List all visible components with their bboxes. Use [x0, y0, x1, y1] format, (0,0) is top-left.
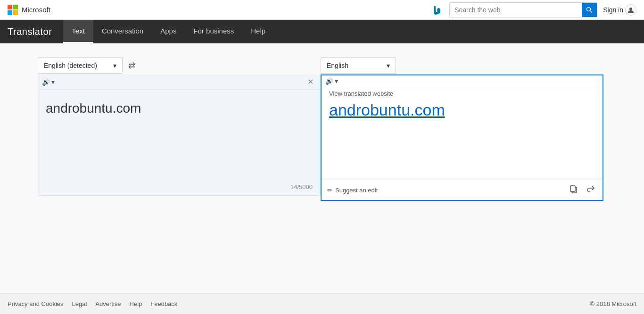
sign-in-link[interactable]: Sign in — [603, 4, 636, 16]
output-speaker-icon: 🔊 — [325, 77, 333, 85]
svg-rect-4 — [570, 186, 575, 191]
svg-point-0 — [587, 7, 591, 11]
source-lang-chevron-icon: ▾ — [113, 62, 116, 69]
output-actions — [568, 184, 597, 196]
translator-container: English (detected) ▾ ⇄ 🔊 ▾ ✕ 14/5000 — [38, 58, 603, 201]
source-speaker-button[interactable]: 🔊 ▾ — [42, 78, 55, 86]
clear-input-button[interactable]: ✕ — [305, 76, 316, 87]
footer: Privacy and Cookies Legal Advertise Help… — [0, 293, 644, 314]
bing-logo — [430, 3, 444, 17]
sign-in-label: Sign in — [603, 6, 623, 14]
target-lang-chevron-icon: ▾ — [387, 62, 390, 69]
nav-brand: Translator — [8, 26, 52, 37]
logo-blue — [8, 10, 12, 15]
output-speaker-button[interactable]: 🔊 ▾ — [325, 77, 338, 85]
target-lang-dropdown[interactable]: English ▾ — [321, 58, 396, 74]
share-button[interactable] — [585, 184, 597, 196]
search-box — [449, 2, 597, 17]
nav-items: Text Conversation Apps For business Help — [63, 20, 274, 43]
svg-line-1 — [590, 11, 592, 13]
pencil-icon: ✏ — [327, 187, 332, 194]
source-lang-dropdown[interactable]: English (detected) ▾ — [38, 58, 123, 74]
sign-in-icon — [625, 4, 636, 16]
nav-item-for-business-label: For business — [193, 27, 234, 35]
footer-link-privacy[interactable]: Privacy and Cookies — [8, 300, 64, 307]
nav-item-text-label: Text — [72, 27, 85, 35]
source-lang-bar: 🔊 ▾ ✕ — [38, 74, 320, 90]
nav-item-conversation[interactable]: Conversation — [93, 20, 152, 43]
view-website-label: View translated website — [322, 87, 603, 99]
output-footer: ✏ Suggest an edit — [322, 180, 603, 200]
speaker-chevron-icon: ▾ — [51, 78, 55, 86]
suggest-edit-button[interactable]: ✏ Suggest an edit — [327, 187, 378, 194]
svg-point-2 — [629, 8, 632, 10]
swap-languages-button[interactable]: ⇄ — [123, 60, 141, 71]
search-button[interactable] — [582, 3, 597, 17]
target-lang-label: English — [327, 62, 348, 69]
left-panel: English (detected) ▾ ⇄ 🔊 ▾ ✕ 14/5000 — [38, 58, 321, 201]
output-wrapper: 🔊 ▾ View translated website androbuntu.c… — [321, 74, 603, 201]
nav-item-help[interactable]: Help — [242, 20, 274, 43]
top-bar-brand: Microsoft — [8, 5, 50, 15]
nav-item-apps[interactable]: Apps — [152, 20, 185, 43]
logo-green — [13, 5, 18, 9]
source-text-input[interactable] — [38, 90, 320, 193]
footer-link-legal[interactable]: Legal — [72, 300, 87, 307]
logo-red — [8, 5, 12, 9]
output-lang-bar: 🔊 ▾ — [322, 75, 603, 87]
source-text-wrapper: 🔊 ▾ ✕ 14/5000 — [38, 74, 321, 196]
copy-button[interactable] — [568, 184, 580, 196]
logo-yellow — [13, 10, 18, 15]
top-bar-right: Sign in — [430, 2, 636, 17]
nav-item-conversation-label: Conversation — [102, 27, 143, 35]
footer-copyright: © 2018 Microsoft — [590, 300, 636, 307]
output-speaker-chevron-icon: ▾ — [335, 77, 338, 85]
right-panel: English ▾ 🔊 ▾ View translated website an… — [321, 58, 603, 201]
nav-item-apps-label: Apps — [160, 27, 176, 35]
nav-item-text[interactable]: Text — [63, 20, 93, 43]
source-lang-row: English (detected) ▾ ⇄ — [38, 58, 321, 74]
footer-link-feedback[interactable]: Feedback — [150, 300, 177, 307]
footer-link-help[interactable]: Help — [130, 300, 142, 307]
source-lang-label: English (detected) — [44, 62, 97, 69]
top-bar: Microsoft Sign in — [0, 0, 644, 20]
microsoft-brand-label: Microsoft — [22, 6, 50, 14]
search-input[interactable] — [450, 3, 582, 17]
target-lang-row: English ▾ — [321, 58, 603, 74]
footer-link-advertise[interactable]: Advertise — [95, 300, 121, 307]
nav-item-help-label: Help — [251, 27, 265, 35]
suggest-edit-label: Suggest an edit — [335, 187, 378, 194]
microsoft-logo — [8, 5, 18, 15]
main-content: English (detected) ▾ ⇄ 🔊 ▾ ✕ 14/5000 — [0, 43, 644, 293]
translated-text-link[interactable]: androbuntu.com — [322, 99, 603, 127]
nav-bar: Translator Text Conversation Apps For bu… — [0, 20, 644, 43]
footer-links: Privacy and Cookies Legal Advertise Help… — [8, 300, 177, 307]
speaker-icon: 🔊 — [42, 78, 50, 86]
char-count: 14/5000 — [290, 183, 313, 190]
translated-text: androbuntu.com — [329, 101, 445, 119]
nav-item-for-business[interactable]: For business — [185, 20, 242, 43]
